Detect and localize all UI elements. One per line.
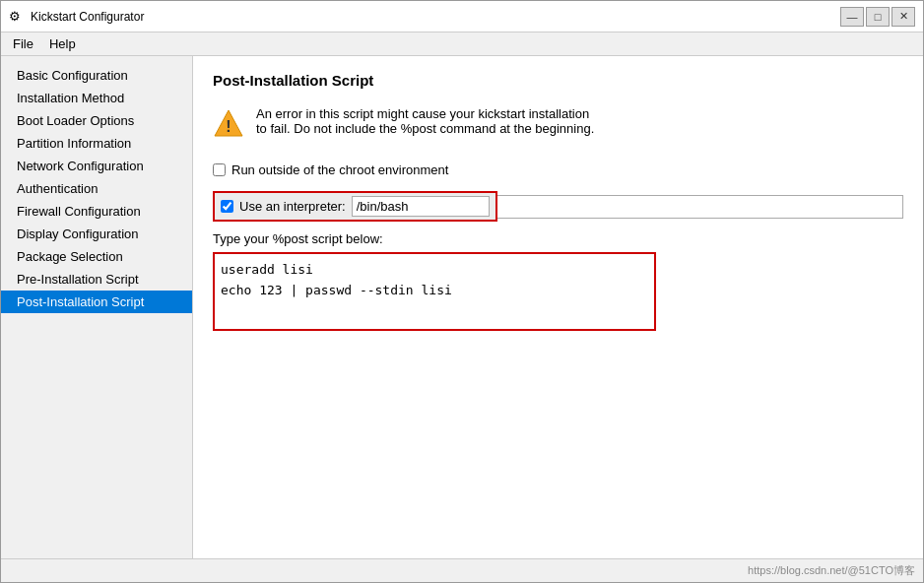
interpreter-bordered-box: Use an interpreter: (213, 191, 497, 222)
sidebar-item-post-installation-script[interactable]: Post-Installation Script (1, 291, 192, 313)
sidebar-item-display-configuration[interactable]: Display Configuration (1, 223, 192, 245)
page-title: Post-Installation Script (213, 72, 903, 89)
bottom-bar: https://blog.csdn.net/@51CTO博客 (1, 558, 923, 582)
menu-help[interactable]: Help (41, 34, 84, 53)
watermark: https://blog.csdn.net/@51CTO博客 (748, 563, 915, 578)
maximize-button[interactable]: □ (866, 7, 890, 27)
title-bar-left: ⚙ Kickstart Configurator (9, 9, 144, 25)
window-title: Kickstart Configurator (31, 10, 144, 24)
main-content: Basic Configuration Installation Method … (1, 56, 923, 558)
interpreter-checkbox[interactable] (221, 200, 233, 213)
sidebar-item-authentication[interactable]: Authentication (1, 177, 192, 200)
script-line-2: echo 123 | passwd --stdin lisi (221, 281, 648, 301)
chroot-checkbox[interactable] (213, 163, 226, 176)
script-label: Type your %post script below: (213, 231, 903, 246)
minimize-button[interactable]: — (840, 7, 864, 27)
sidebar-item-installation-method[interactable]: Installation Method (1, 87, 192, 109)
sidebar-item-boot-loader-options[interactable]: Boot Loader Options (1, 109, 192, 132)
script-area-wrapper: useradd lisi echo 123 | passwd --stdin l… (213, 252, 656, 331)
warning-triangle-svg: ! (213, 108, 244, 138)
menu-file[interactable]: File (5, 34, 41, 53)
warning-box: ! An error in this script might cause yo… (213, 102, 903, 145)
app-icon: ⚙ (9, 9, 25, 25)
sidebar-item-network-configuration[interactable]: Network Configuration (1, 155, 192, 177)
menu-bar: File Help (1, 32, 923, 56)
content-area: Post-Installation Script ! An error in t… (193, 56, 923, 558)
main-window: ⚙ Kickstart Configurator — □ ✕ File Help… (0, 0, 924, 583)
chroot-row: Run outside of the chroot environment (213, 159, 903, 181)
warning-text: An error in this script might cause your… (256, 106, 594, 136)
sidebar-item-basic-configuration[interactable]: Basic Configuration (1, 64, 192, 87)
warning-line-2: to fail. Do not include the %post comman… (256, 121, 594, 136)
script-line-1: useradd lisi (221, 260, 648, 281)
sidebar-item-firewall-configuration[interactable]: Firewall Configuration (1, 200, 192, 223)
script-content: useradd lisi echo 123 | passwd --stdin l… (221, 260, 648, 301)
interpreter-row: Use an interpreter: (213, 191, 903, 222)
sidebar: Basic Configuration Installation Method … (1, 56, 193, 558)
sidebar-item-pre-installation-script[interactable]: Pre-Installation Script (1, 268, 192, 291)
close-button[interactable]: ✕ (891, 7, 915, 27)
interpreter-extend-input[interactable] (497, 195, 903, 219)
interpreter-input[interactable] (352, 196, 490, 217)
interpreter-label: Use an interpreter: (239, 199, 346, 214)
sidebar-item-package-selection[interactable]: Package Selection (1, 245, 192, 268)
window-controls: — □ ✕ (840, 7, 915, 27)
warning-line-1: An error in this script might cause your… (256, 106, 594, 121)
title-bar: ⚙ Kickstart Configurator — □ ✕ (1, 1, 923, 32)
svg-text:!: ! (226, 118, 231, 135)
sidebar-item-partition-information[interactable]: Partition Information (1, 132, 192, 155)
chroot-label: Run outside of the chroot environment (231, 162, 448, 177)
warning-icon: ! (213, 108, 244, 141)
